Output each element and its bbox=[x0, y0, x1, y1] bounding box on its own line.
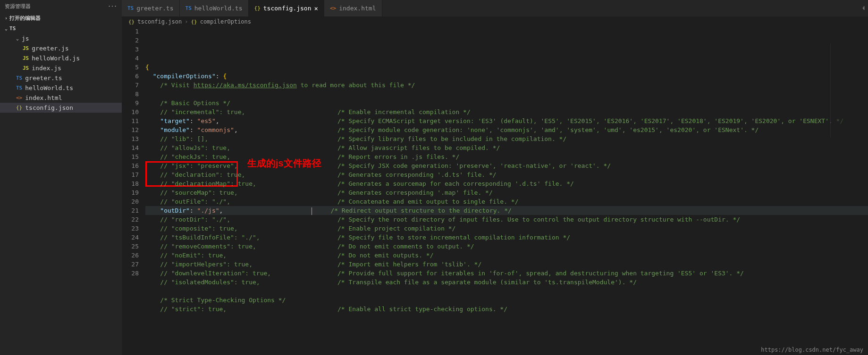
line-number: 3 bbox=[122, 45, 139, 54]
tab[interactable]: {}tsconfig.json× bbox=[249, 0, 324, 17]
code-line[interactable]: // "strict": true, /* Enable all strict … bbox=[145, 305, 868, 314]
line-number: 9 bbox=[122, 99, 139, 107]
breadcrumb[interactable]: {} tsconfig.json › {} compilerOptions bbox=[122, 17, 868, 27]
file-icon: {} bbox=[16, 105, 22, 111]
tab[interactable]: <>index.html bbox=[324, 0, 382, 17]
line-number: 16 bbox=[122, 161, 139, 170]
breadcrumb-separator: › bbox=[185, 18, 188, 25]
code-line[interactable]: // "composite": true, /* Enable project … bbox=[145, 224, 868, 233]
code-line[interactable]: // "sourceMap": true, /* Generates corre… bbox=[145, 188, 868, 197]
code-line[interactable]: // "incremental": true, /* Enable increm… bbox=[145, 107, 868, 116]
sidebar-item[interactable]: JSindex.js bbox=[0, 63, 122, 73]
file-icon: TS bbox=[16, 85, 22, 91]
line-number: 8 bbox=[122, 90, 139, 99]
code-line[interactable]: // "downlevelIteration": true, /* Provid… bbox=[145, 269, 868, 278]
sidebar-item-label: greeter.ts bbox=[25, 74, 62, 82]
file-icon: <> bbox=[330, 5, 336, 11]
code-line[interactable]: { bbox=[145, 63, 868, 72]
chevron-down-icon: ⌄ bbox=[5, 26, 8, 31]
file-icon: <> bbox=[16, 95, 22, 101]
explorer-title: 资源管理器 bbox=[5, 3, 31, 10]
code-line[interactable]: // "isolatedModules": true, /* Transpile… bbox=[145, 278, 868, 287]
file-icon: JS bbox=[23, 55, 29, 61]
code-line[interactable] bbox=[145, 90, 868, 99]
code-line[interactable]: // "importHelpers": true, /* Import emit… bbox=[145, 260, 868, 269]
line-number: 12 bbox=[122, 125, 139, 134]
line-number: 26 bbox=[122, 251, 139, 260]
code-line[interactable]: // "declaration": true, /* Generates cor… bbox=[145, 170, 868, 179]
code-line[interactable]: // "outFile": "./", /* Concatenate and e… bbox=[145, 197, 868, 206]
code-line[interactable]: // "noEmit": true, /* Do not emit output… bbox=[145, 251, 868, 260]
tab-label: greeter.ts bbox=[136, 5, 173, 12]
code-line[interactable]: "module": "commonjs", /* Specify module … bbox=[145, 125, 868, 134]
code-line[interactable]: // "tsBuildInfoFile": "./", /* Specify f… bbox=[145, 233, 868, 242]
line-number: 27 bbox=[122, 260, 139, 269]
split-editor-icon[interactable]: ⫞ bbox=[862, 4, 865, 11]
line-number: 13 bbox=[122, 134, 139, 143]
open-editors-section[interactable]: › 打开的编辑器 bbox=[0, 13, 122, 24]
code-line[interactable]: /* Strict Type-Checking Options */ bbox=[145, 296, 868, 305]
close-icon[interactable]: × bbox=[314, 5, 318, 12]
explorer-sidebar: 资源管理器 ··· › 打开的编辑器 ⌄ TS ⌄ js JSgreeter.j… bbox=[0, 0, 122, 355]
minimap[interactable] bbox=[830, 43, 868, 138]
file-icon: JS bbox=[23, 45, 29, 51]
sidebar-item-label: index.js bbox=[32, 65, 61, 72]
editor-area: TSgreeter.tsTShelloWorld.ts{}tsconfig.js… bbox=[122, 0, 868, 355]
code-line[interactable]: "compilerOptions": { bbox=[145, 72, 868, 81]
line-number: 25 bbox=[122, 242, 139, 251]
code-line[interactable]: "target": "es5", /* Specify ECMAScript t… bbox=[145, 116, 868, 125]
tab[interactable]: TSgreeter.ts bbox=[122, 0, 180, 17]
sidebar-item[interactable]: JShelloWorld.js bbox=[0, 53, 122, 63]
breadcrumb-symbol: compilerOptions bbox=[200, 18, 251, 25]
file-icon: TS bbox=[185, 5, 192, 11]
line-number: 2 bbox=[122, 36, 139, 45]
code-line[interactable]: /* Basic Options */ bbox=[145, 99, 868, 107]
line-number: 28 bbox=[122, 269, 139, 278]
line-number-gutter: 1234567891011121314151617181920212223242… bbox=[122, 27, 145, 355]
sidebar-item[interactable]: JSgreeter.js bbox=[0, 43, 122, 53]
folder-js[interactable]: ⌄ js bbox=[0, 33, 122, 43]
line-number: 20 bbox=[122, 197, 139, 206]
more-icon[interactable]: ··· bbox=[108, 3, 117, 9]
sidebar-item[interactable]: {}tsconfig.json bbox=[0, 103, 122, 113]
sidebar-item[interactable]: <>index.html bbox=[0, 93, 122, 103]
code-line[interactable]: // "declarationMap": true, /* Generates … bbox=[145, 179, 868, 188]
json-icon: {} bbox=[191, 19, 197, 25]
code-line[interactable]: // "jsx": "preserve", /* Specify JSX cod… bbox=[145, 161, 868, 170]
line-number: 5 bbox=[122, 63, 139, 72]
tab[interactable]: TShelloWorld.ts bbox=[180, 0, 249, 17]
line-number: 23 bbox=[122, 224, 139, 233]
tab-bar: TSgreeter.tsTShelloWorld.ts{}tsconfig.js… bbox=[122, 0, 868, 17]
line-number: 1 bbox=[122, 27, 139, 36]
code-line[interactable]: /* Visit https://aka.ms/tsconfig.json to… bbox=[145, 81, 868, 90]
code-line[interactable]: // "checkJs": true, /* Report errors in … bbox=[145, 152, 868, 161]
sidebar-item-label: helloWorld.ts bbox=[25, 84, 73, 91]
sidebar-item-label: helloWorld.js bbox=[32, 55, 80, 62]
file-icon: {} bbox=[254, 5, 261, 11]
sidebar-item[interactable]: TShelloWorld.ts bbox=[0, 83, 122, 93]
workspace-section[interactable]: ⌄ TS bbox=[0, 24, 122, 33]
line-number: 10 bbox=[122, 107, 139, 116]
code-line[interactable]: // "rootDir": "./", /* Specify the root … bbox=[145, 215, 868, 224]
tab-label: index.html bbox=[339, 5, 376, 12]
code-content[interactable]: 生成的js文件路径 { "compilerOptions": { /* Visi… bbox=[145, 27, 868, 355]
code-line[interactable] bbox=[145, 287, 868, 296]
sidebar-item-label: greeter.js bbox=[32, 45, 68, 52]
code-line[interactable]: // "allowJs": true, /* Allow javascript … bbox=[145, 143, 868, 152]
file-icon: TS bbox=[16, 75, 22, 81]
code-editor[interactable]: 1234567891011121314151617181920212223242… bbox=[122, 27, 868, 355]
json-icon: {} bbox=[128, 19, 135, 25]
tab-label: tsconfig.json bbox=[263, 5, 312, 12]
sidebar-item[interactable]: TSgreeter.ts bbox=[0, 73, 122, 83]
line-number: 15 bbox=[122, 152, 139, 161]
sidebar-item-label: index.html bbox=[25, 94, 62, 101]
code-line[interactable]: "outDir": "./js", /* Redirect output str… bbox=[145, 206, 868, 215]
code-line[interactable]: // "removeComments": true, /* Do not emi… bbox=[145, 242, 868, 251]
line-number: 14 bbox=[122, 143, 139, 152]
file-icon: TS bbox=[127, 5, 134, 11]
line-number: 11 bbox=[122, 116, 139, 125]
line-number: 18 bbox=[122, 179, 139, 188]
line-number: 19 bbox=[122, 188, 139, 197]
line-number: 21 bbox=[122, 206, 139, 215]
code-line[interactable]: // "lib": [], /* Specify library files t… bbox=[145, 134, 868, 143]
